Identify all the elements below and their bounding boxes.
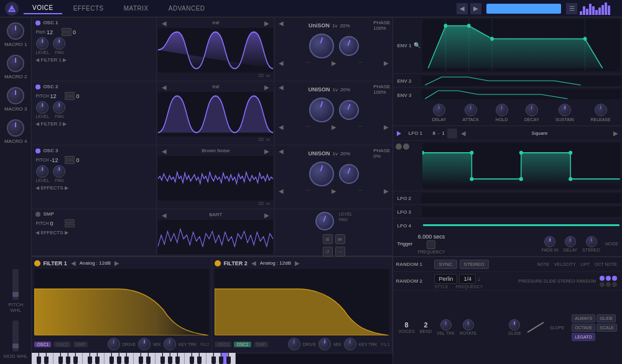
tab-matrix[interactable]: MATRIX: [115, 3, 157, 14]
smp-wave-next[interactable]: ▶: [263, 212, 271, 219]
mod-wheel[interactable]: [12, 321, 19, 352]
filter-2-drive-knob[interactable]: [288, 338, 300, 350]
osc-3-uni-footer-r2[interactable]: ▶: [383, 188, 390, 194]
trigger-freq-val[interactable]: 6.000 secs: [418, 234, 445, 240]
menu-btn[interactable]: ☰: [566, 3, 577, 14]
osc-3-uni-prev[interactable]: ◀: [277, 148, 285, 159]
piano-key-cs4[interactable]: [190, 357, 194, 364]
osc-1-filter-arrow-r[interactable]: ▶: [63, 57, 67, 63]
osc-1-level-knob[interactable]: [36, 37, 49, 50]
osc-1-uni-footer-r2[interactable]: ▶: [383, 60, 390, 66]
osc-1-uni-footer-r[interactable]: ▶: [330, 60, 338, 66]
osc-3-uni-footer-r[interactable]: ▶: [330, 188, 338, 194]
always-tag[interactable]: ALWAYS: [572, 314, 595, 322]
env-2-mini[interactable]: [422, 76, 621, 86]
piano-key-ds2[interactable]: [95, 357, 100, 364]
osc-2-wave-prev[interactable]: ◀: [160, 84, 168, 91]
lfo-dot-1[interactable]: [396, 143, 402, 150]
osc-2-wave-next[interactable]: ▶: [263, 84, 271, 91]
macro-4-knob[interactable]: [7, 119, 24, 137]
filter-2-osc1-tag[interactable]: OSC1: [215, 342, 231, 347]
osc-1-filter-arrow-l[interactable]: ◀: [35, 57, 39, 63]
smp-icon-3[interactable]: ↺: [323, 247, 333, 257]
env-hold-knob[interactable]: [496, 104, 508, 116]
env-release-knob[interactable]: [595, 104, 607, 116]
filter-1-type-next[interactable]: ▶: [113, 260, 121, 266]
lfo-1-graph[interactable]: [422, 143, 620, 189]
osc-1-fine-val[interactable]: 0: [73, 29, 85, 35]
filter-2-type-next[interactable]: ▶: [294, 260, 301, 266]
filter-2-display[interactable]: [215, 269, 389, 335]
lfo-3-mini[interactable]: [422, 207, 621, 217]
piano-key-cs2[interactable]: [88, 357, 92, 364]
piano-key-as2[interactable]: [124, 357, 129, 364]
piano-key-ds[interactable]: [44, 357, 49, 364]
osc-3-filter-arrow-r[interactable]: ▶: [65, 185, 68, 191]
osc-2-wave-canvas[interactable]: [158, 92, 273, 137]
filter-1-drive-knob[interactable]: [108, 338, 120, 350]
piano-key-as[interactable]: [73, 357, 78, 364]
macro-3-knob[interactable]: [7, 87, 24, 104]
osc-1-wave-next[interactable]: ▶: [263, 20, 271, 27]
smp-filter-arrow-r[interactable]: ▶: [65, 230, 68, 235]
lfo-1-rate[interactable]: 8: [432, 130, 435, 136]
osc-2-uni-footer-r2[interactable]: ▶: [383, 124, 390, 130]
lfo-1-div[interactable]: 1: [442, 130, 445, 136]
random-1-sync-btn[interactable]: SYNC: [434, 260, 457, 269]
osc-3-fine-val[interactable]: 0: [76, 157, 88, 163]
osc-3-wave-next[interactable]: ▶: [263, 148, 271, 155]
env-decay-knob[interactable]: [526, 104, 538, 116]
osc-2-unison-knob[interactable]: [309, 98, 334, 122]
smp-icon-1[interactable]: ⊞: [323, 234, 333, 244]
filter-2-mix-knob[interactable]: [318, 338, 331, 350]
osc-1-wave-prev[interactable]: ◀: [160, 20, 168, 27]
osc-1-unison-knob[interactable]: [309, 34, 334, 58]
osc-3-wave-prev[interactable]: ◀: [160, 148, 168, 155]
smp-icon-4[interactable]: ↔: [335, 247, 345, 257]
piano-key-fs[interactable]: [58, 357, 63, 364]
osc-3-filter-arrow-l[interactable]: ◀: [35, 185, 39, 191]
piano-key-gs[interactable]: [66, 357, 70, 364]
osc-3-phase-knob[interactable]: [339, 164, 359, 184]
piano-key-fs2[interactable]: [109, 357, 114, 364]
tab-effects[interactable]: EFFECTS: [65, 3, 113, 14]
lfo-1-sync-icon[interactable]: [447, 129, 457, 139]
nav-prev[interactable]: ◀: [457, 3, 468, 14]
filter-2-keytrk-knob[interactable]: [344, 338, 356, 350]
trigger-icon[interactable]: [427, 240, 435, 249]
lfo-2-mini[interactable]: [422, 193, 621, 203]
smp-wave-prev[interactable]: ◀: [160, 212, 168, 219]
filter-1-mix-knob[interactable]: [138, 338, 151, 350]
trigger-fade-knob[interactable]: [544, 236, 555, 247]
piano-key-gs4[interactable]: [219, 357, 223, 364]
filter-1-osc2-tag[interactable]: OSC2: [53, 342, 70, 347]
pitch-wheel[interactable]: [12, 269, 19, 300]
filter-2-type-prev[interactable]: ◀: [250, 260, 258, 266]
osc-1-wave-canvas[interactable]: [158, 28, 273, 73]
env-1-graph[interactable]: [422, 19, 620, 71]
smp-wave-canvas[interactable]: [158, 220, 273, 254]
osc-1-uni-footer-l[interactable]: ◀: [277, 60, 285, 66]
osc-2-uni-prev[interactable]: ◀: [277, 84, 285, 95]
osc-2-pitch-val[interactable]: 12: [50, 93, 62, 99]
osc-2-fine-val[interactable]: 0: [76, 93, 88, 99]
osc-3-unison-knob[interactable]: [309, 162, 334, 186]
piano-key-fs3[interactable]: [160, 357, 165, 364]
piano-key-as4[interactable]: [226, 357, 231, 364]
piano-key-cs[interactable]: [37, 357, 41, 364]
filter-1-smp-tag[interactable]: SMP: [73, 342, 88, 347]
osc-3-pitch-val[interactable]: -12: [50, 157, 62, 163]
glide-tag[interactable]: GLIDE: [596, 314, 616, 322]
osc-2-uni-footer-l[interactable]: ◀: [277, 124, 285, 130]
osc-1-uni-prev[interactable]: ◀: [277, 20, 285, 31]
trigger-delay-knob[interactable]: [565, 236, 576, 247]
smp-pitch-val[interactable]: 0: [50, 221, 62, 227]
osc-2-uni-footer-r[interactable]: ▶: [330, 124, 338, 130]
veltrk-knob[interactable]: [440, 319, 452, 330]
osc-3-wave-canvas[interactable]: [158, 156, 273, 201]
random-1-stereo-btn[interactable]: STEREO: [460, 260, 489, 269]
nav-next[interactable]: ▶: [470, 3, 481, 14]
piano-key-gs2[interactable]: [117, 357, 121, 364]
macro-2-knob[interactable]: [7, 55, 24, 72]
osc-3-uni-footer-l[interactable]: ◀: [277, 188, 285, 194]
